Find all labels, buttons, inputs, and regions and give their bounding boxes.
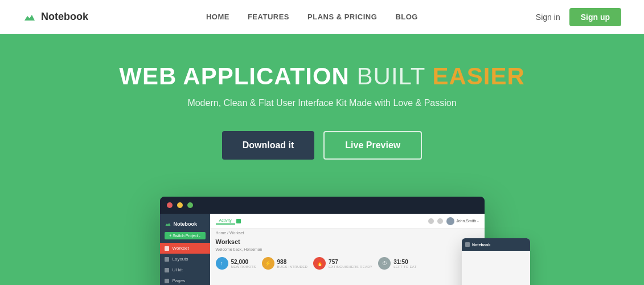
sidebar-layouts-label: Layouts xyxy=(173,256,188,262)
sidebar-workset-label: Workset xyxy=(173,246,189,251)
app-main: Activity John.Smith - Home / Wor xyxy=(210,214,485,285)
sidebar-item-layouts[interactable]: Layouts xyxy=(160,254,210,264)
stat-robots: ↑ 52,000 NEW ROBOTS xyxy=(216,257,256,270)
nav-pricing[interactable]: PLANS & PRICING xyxy=(307,13,377,21)
mountain-icon xyxy=(23,10,36,24)
nav-blog[interactable]: BLOG xyxy=(395,13,418,21)
sidebar-uikit-label: UI kit xyxy=(173,267,183,272)
robots-icon: ↑ xyxy=(216,257,228,270)
user-label: John.Smith - xyxy=(456,219,478,223)
app-sidebar: Notebook + Switch Project - Workset Layo… xyxy=(160,214,210,285)
stat-time: ⏱ 31:50 LEFT TO EAT xyxy=(378,257,417,270)
bugs-number: 988 xyxy=(277,259,308,265)
ext-number: 757 xyxy=(329,259,372,265)
stat-robots-info: 52,000 NEW ROBOTS xyxy=(231,259,256,268)
app-topbar: Activity John.Smith - xyxy=(210,214,485,229)
mobile-brand: Notebook xyxy=(472,243,490,247)
signin-link[interactable]: Sign in xyxy=(536,13,560,22)
time-icon: ⏱ xyxy=(378,257,391,270)
sidebar-item-workset[interactable]: Workset xyxy=(160,243,210,254)
notification-icon[interactable] xyxy=(428,218,434,224)
bugs-label: BUGS INTRUDED xyxy=(277,265,308,268)
stat-time-info: 31:50 LEFT TO EAT xyxy=(393,259,417,268)
bugs-icon: ⚡ xyxy=(262,257,274,270)
tab-activity[interactable]: Activity xyxy=(216,217,235,225)
stats-row: ↑ 52,000 NEW ROBOTS ⚡ 988 BUGS INTRUDED xyxy=(210,255,485,272)
hero-title-app: WEB APPLICATION xyxy=(119,63,350,89)
page-title: Workset xyxy=(210,237,485,247)
dot-yellow xyxy=(177,202,183,208)
workset-icon xyxy=(165,246,169,251)
sidebar-pages-label: Pages xyxy=(173,278,186,283)
hero-title-built: BUILT xyxy=(357,63,433,89)
sidebar-add-project[interactable]: + Switch Project - xyxy=(165,232,206,239)
breadcrumb: Home / Workset xyxy=(210,229,485,237)
signup-button[interactable]: Sign up xyxy=(569,8,621,26)
user-badge: John.Smith - xyxy=(446,217,478,225)
stat-bugs: ⚡ 988 BUGS INTRUDED xyxy=(262,257,308,270)
dot-green xyxy=(187,202,193,208)
topbar-right: John.Smith - xyxy=(428,217,478,225)
sidebar-brand: Notebook xyxy=(160,218,210,232)
navbar-actions: Sign in Sign up xyxy=(536,8,621,26)
live-preview-button[interactable]: Live Preview xyxy=(323,131,422,160)
mobile-body xyxy=(462,251,530,285)
app-mockup: Notebook + Switch Project - Workset Layo… xyxy=(160,197,485,285)
search-icon[interactable] xyxy=(437,218,443,224)
page-welcome: Welcome back, Horseman xyxy=(210,247,485,255)
ext-label: EXTINGUISHERS READY xyxy=(329,265,372,268)
sidebar-item-pages[interactable]: Pages xyxy=(160,275,210,285)
download-button[interactable]: Download it xyxy=(222,131,315,160)
robots-label: NEW ROBOTS xyxy=(231,265,256,268)
hero-buttons: Download it Live Preview xyxy=(222,131,423,160)
mobile-topbar: Notebook xyxy=(462,238,530,251)
sidebar-brand-name: Notebook xyxy=(174,221,198,227)
nav-home[interactable]: HOME xyxy=(206,13,229,21)
hero-section: WEB APPLICATION BUILT EASIER Modern, Cle… xyxy=(0,34,644,285)
navbar: Notebook HOME FEATURES PLANS & PRICING B… xyxy=(0,0,644,34)
mockup-window: Notebook + Switch Project - Workset Layo… xyxy=(160,197,485,285)
dot-red xyxy=(167,202,173,208)
hero-title-easier: EASIER xyxy=(432,63,524,89)
window-titlebar xyxy=(160,197,485,214)
window-body: Notebook + Switch Project - Workset Layo… xyxy=(160,214,485,285)
extinguisher-icon: 🔥 xyxy=(313,257,326,270)
mobile-menu-icon xyxy=(465,242,470,247)
pages-icon xyxy=(165,279,169,283)
layouts-icon xyxy=(165,257,169,262)
hero-title: WEB APPLICATION BUILT EASIER xyxy=(119,63,525,90)
stat-extinguishers: 🔥 757 EXTINGUISHERS READY xyxy=(313,257,372,270)
brand-logo[interactable]: Notebook xyxy=(23,10,88,24)
stat-bugs-info: 988 BUGS INTRUDED xyxy=(277,259,308,268)
avatar xyxy=(446,217,454,225)
time-number: 31:50 xyxy=(393,259,417,265)
mobile-mockup: Notebook xyxy=(462,238,530,285)
nav-links: HOME FEATURES PLANS & PRICING BLOG xyxy=(206,13,418,21)
brand-name: Notebook xyxy=(41,11,88,23)
nav-features[interactable]: FEATURES xyxy=(248,13,289,21)
app-tabs: Activity xyxy=(216,217,241,225)
stat-ext-info: 757 EXTINGUISHERS READY xyxy=(329,259,372,268)
uikit-icon xyxy=(165,268,169,272)
sidebar-mountain-icon xyxy=(165,221,171,227)
sidebar-item-uikit[interactable]: UI kit xyxy=(160,264,210,275)
tab-indicator xyxy=(236,219,241,223)
time-label: LEFT TO EAT xyxy=(393,265,417,268)
hero-subtitle: Modern, Clean & Flat User Interface Kit … xyxy=(187,98,456,108)
robots-number: 52,000 xyxy=(231,259,256,265)
